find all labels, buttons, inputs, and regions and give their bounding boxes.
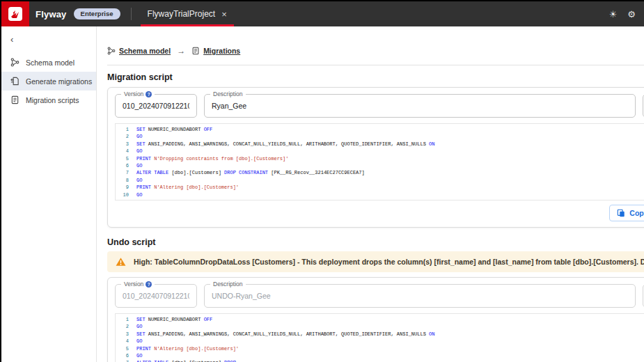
code-line: 2GO	[116, 133, 644, 140]
line-number: 11	[116, 198, 136, 200]
project-tab[interactable]: FlywayTrialProject ×	[141, 1, 234, 26]
brand-name: Flyway	[36, 9, 67, 19]
undo-version-help-icon[interactable]: ?	[146, 281, 152, 288]
undo-script-heading: Undo script	[107, 237, 644, 247]
migration-script-heading: Migration script	[107, 72, 644, 82]
code-line: 7ALTER TABLE [dbo].[Customers] DROP	[116, 359, 644, 362]
generate-migrations-icon	[10, 77, 19, 86]
migration-scripts-icon	[10, 95, 19, 104]
line-number: 3	[116, 141, 136, 148]
copy-button-label: Copy t	[629, 209, 644, 217]
line-number: 8	[116, 177, 136, 184]
line-number: 7	[116, 359, 136, 362]
sidebar-item-migration-scripts[interactable]: Migration scripts	[1, 90, 96, 109]
code-line: 9PRINT N'Altering [dbo].[Customers]'	[116, 184, 644, 191]
version-field-label: Version	[124, 90, 143, 97]
description-field-label: Description	[213, 90, 243, 97]
code-line: 10GO	[116, 191, 644, 198]
code-line: 4GO	[116, 338, 644, 345]
undo-description-input[interactable]	[212, 292, 628, 300]
undo-description-field-label: Description	[213, 281, 243, 288]
code-line: 3SET ANSI_PADDING, ANSI_WARNINGS, CONCAT…	[116, 331, 644, 338]
line-number: 1	[116, 316, 136, 323]
code-line: 11ALTER TABLE [dbo].[Customers] ADD	[116, 198, 644, 200]
settings-gear-icon[interactable]: ⚙	[627, 9, 636, 19]
code-line: 5PRINT N'Altering [dbo].[Customers]'	[116, 345, 644, 352]
code-line: 5PRINT N'Dropping constraints from [dbo]…	[116, 155, 644, 162]
sidebar-item-generate-migrations[interactable]: Generate migrations	[1, 72, 96, 90]
breadcrumb: Schema model → Migrations	[107, 46, 644, 56]
code-line: 4GO	[116, 148, 644, 155]
undo-version-field: Version ?	[115, 284, 197, 308]
code-line: 7ALTER TABLE [dbo].[Customers] DROP CONS…	[116, 169, 644, 176]
flyway-logo	[1, 1, 29, 26]
undo-script-card: Version ? Description	[107, 277, 644, 362]
line-number: 5	[116, 345, 136, 352]
version-field: Version ?	[115, 94, 197, 118]
version-input[interactable]	[123, 102, 189, 110]
copy-to-clipboard-button[interactable]: Copy t	[609, 205, 644, 221]
copy-icon	[617, 209, 625, 217]
theme-toggle-sun-icon[interactable]: ☀	[609, 9, 618, 19]
undo-version-input[interactable]	[123, 292, 189, 300]
line-number: 2	[116, 323, 136, 330]
line-number: 6	[116, 352, 136, 359]
project-tab-label: FlywayTrialProject	[148, 9, 216, 19]
line-number: 5	[116, 155, 136, 162]
content-area: Schema model → Migrations Migration scri…	[97, 26, 644, 362]
topbar-divider	[131, 8, 132, 20]
code-line: 6GO	[116, 352, 644, 359]
sidebar-item-label: Generate migrations	[26, 77, 92, 86]
tab-close-icon[interactable]: ×	[221, 10, 227, 19]
undo-version-field-label: Version	[124, 281, 143, 288]
line-number: 6	[116, 162, 136, 169]
schema-model-icon	[107, 47, 116, 55]
line-number: 10	[116, 191, 136, 198]
migration-script-card: Version ? Description	[107, 87, 644, 228]
sidebar-collapse-icon[interactable]: ‹	[10, 34, 13, 45]
schema-model-icon	[10, 58, 19, 67]
line-number: 7	[116, 169, 136, 176]
code-line: 1SET NUMERIC_ROUNDABORT OFF	[116, 126, 644, 133]
code-line: 6GO	[116, 162, 644, 169]
breadcrumb-arrow-icon: →	[177, 46, 185, 56]
tab-active-underline	[141, 24, 234, 26]
undo-description-field: Description	[204, 284, 636, 308]
warning-text: High: TableColumnDropDataLoss [Customers…	[134, 258, 644, 266]
line-number: 2	[116, 133, 136, 140]
sidebar: ‹ Schema model Generate migrations	[1, 26, 97, 362]
version-help-icon[interactable]: ?	[146, 91, 152, 97]
breadcrumb-schema-model-link[interactable]: Schema model	[107, 47, 171, 55]
line-number: 4	[116, 338, 136, 345]
breadcrumb-divider	[107, 65, 644, 65]
migration-code-editor[interactable]: 1SET NUMERIC_ROUNDABORT OFF2GO3SET ANSI_…	[115, 123, 644, 200]
line-number: 3	[116, 331, 136, 338]
description-field: Description	[204, 94, 636, 118]
line-number: 1	[116, 126, 136, 133]
flyway-logo-icon	[8, 6, 23, 22]
description-input[interactable]	[212, 102, 628, 110]
app-window: Flyway Enterprise FlywayTrialProject × ☀…	[0, 0, 644, 362]
code-line: 1SET NUMERIC_ROUNDABORT OFF	[116, 316, 644, 323]
document-icon	[191, 47, 200, 55]
sidebar-item-label: Schema model	[26, 58, 74, 67]
data-loss-warning-banner: High: TableColumnDropDataLoss [Customers…	[107, 251, 644, 272]
breadcrumb-migrations-link[interactable]: Migrations	[191, 47, 240, 55]
undo-code-editor[interactable]: 1SET NUMERIC_ROUNDABORT OFF2GO3SET ANSI_…	[115, 313, 644, 362]
breadcrumb-label: Migrations	[203, 47, 240, 55]
line-number: 4	[116, 148, 136, 155]
sidebar-item-label: Migration scripts	[26, 96, 79, 104]
sidebar-item-schema-model[interactable]: Schema model	[1, 53, 96, 72]
line-number: 9	[116, 184, 136, 191]
breadcrumb-label: Schema model	[119, 47, 171, 55]
top-bar: Flyway Enterprise FlywayTrialProject × ☀…	[1, 1, 644, 26]
code-line: 8GO	[116, 177, 644, 184]
warning-triangle-icon	[116, 257, 126, 267]
code-line: 2GO	[116, 323, 644, 330]
code-line: 3SET ANSI_PADDING, ANSI_WARNINGS, CONCAT…	[116, 141, 644, 148]
enterprise-badge: Enterprise	[74, 8, 120, 19]
